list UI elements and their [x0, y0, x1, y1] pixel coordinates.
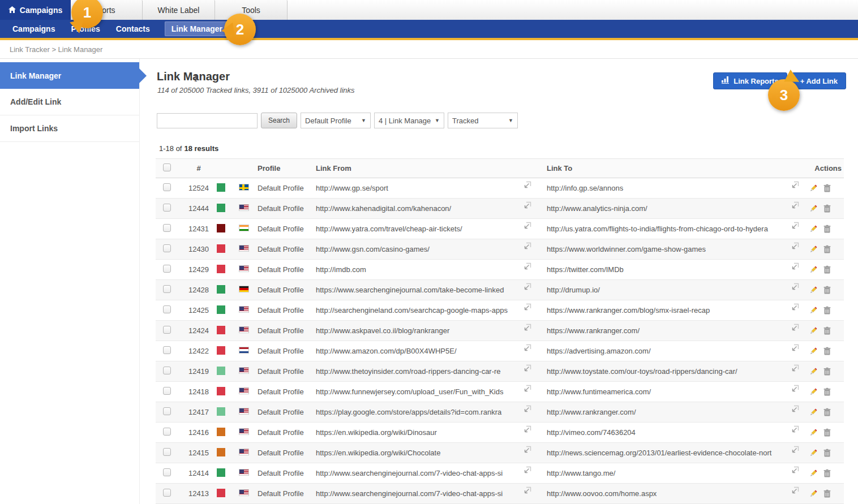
- row-checkbox[interactable]: [163, 204, 171, 212]
- external-link-icon[interactable]: [524, 382, 540, 392]
- external-link-icon[interactable]: [524, 423, 540, 433]
- delete-trash-icon[interactable]: [823, 387, 831, 396]
- edit-pencil-icon[interactable]: [809, 245, 818, 254]
- search-input[interactable]: [157, 113, 258, 128]
- row-checkbox[interactable]: [163, 183, 171, 191]
- delete-trash-icon[interactable]: [823, 306, 831, 315]
- edit-pencil-icon[interactable]: [809, 367, 818, 376]
- search-button[interactable]: Search: [261, 113, 297, 128]
- external-link-icon[interactable]: [792, 239, 809, 249]
- tab-campaigns[interactable]: Campaigns: [0, 0, 71, 20]
- external-link-icon[interactable]: [792, 361, 809, 372]
- external-link-icon[interactable]: [792, 260, 809, 270]
- nav-item-contacts[interactable]: Contacts: [115, 21, 151, 36]
- callout-number: 3: [780, 87, 788, 104]
- dropdown-value: Tracked: [452, 117, 478, 125]
- external-link-icon[interactable]: [524, 178, 540, 188]
- external-link-icon[interactable]: [524, 239, 540, 249]
- edit-pencil-icon[interactable]: [809, 184, 818, 193]
- external-link-icon[interactable]: [792, 321, 809, 331]
- edit-pencil-icon[interactable]: [809, 225, 818, 234]
- sidebar-item-link-manager[interactable]: Link Manager: [0, 62, 139, 89]
- select-all-checkbox[interactable]: [163, 163, 171, 171]
- delete-trash-icon[interactable]: [823, 449, 831, 457]
- edit-pencil-icon[interactable]: [809, 326, 818, 335]
- row-checkbox[interactable]: [163, 326, 171, 334]
- edit-pencil-icon[interactable]: [809, 387, 818, 397]
- row-checkbox[interactable]: [163, 407, 171, 415]
- external-link-icon[interactable]: [792, 463, 809, 473]
- row-checkbox[interactable]: [163, 387, 171, 395]
- status-dropdown[interactable]: Tracked ▼: [448, 113, 518, 128]
- delete-trash-icon[interactable]: [823, 367, 831, 376]
- delete-trash-icon[interactable]: [823, 347, 831, 355]
- external-link-icon[interactable]: [524, 219, 540, 229]
- campaign-dropdown[interactable]: 4 | Link Manage ▼: [374, 113, 444, 128]
- external-link-icon[interactable]: [524, 361, 540, 372]
- tab-tools[interactable]: Tools: [215, 0, 288, 20]
- delete-trash-icon[interactable]: [823, 428, 831, 437]
- tab-white-label[interactable]: White Label: [143, 0, 215, 20]
- links-table: 1-18 of 18 results # Profile Link From L…: [156, 138, 844, 504]
- edit-pencil-icon[interactable]: [809, 204, 818, 213]
- external-link-icon[interactable]: [792, 199, 809, 209]
- edit-pencil-icon[interactable]: [809, 469, 818, 478]
- external-link-icon[interactable]: [524, 260, 540, 270]
- delete-trash-icon[interactable]: [823, 225, 831, 233]
- row-checkbox[interactable]: [163, 224, 171, 232]
- external-link-icon[interactable]: [792, 402, 809, 412]
- row-checkbox[interactable]: [163, 428, 171, 436]
- external-link-icon[interactable]: [524, 280, 540, 290]
- external-link-icon[interactable]: [792, 300, 809, 311]
- row-checkbox[interactable]: [163, 265, 171, 273]
- external-link-icon[interactable]: [524, 463, 540, 473]
- external-link-icon[interactable]: [524, 443, 540, 453]
- row-checkbox[interactable]: [163, 285, 171, 293]
- row-checkbox[interactable]: [163, 346, 171, 354]
- delete-trash-icon[interactable]: [823, 469, 831, 477]
- external-link-icon[interactable]: [792, 484, 809, 494]
- row-checkbox[interactable]: [163, 305, 171, 313]
- column-header-link-from: Link From: [316, 164, 524, 173]
- row-checkbox[interactable]: [163, 468, 171, 476]
- delete-trash-icon[interactable]: [823, 326, 831, 335]
- delete-trash-icon[interactable]: [823, 184, 831, 192]
- external-link-icon[interactable]: [524, 402, 540, 412]
- delete-trash-icon[interactable]: [823, 286, 831, 294]
- row-checkbox[interactable]: [163, 367, 171, 374]
- external-link-icon[interactable]: [792, 178, 809, 188]
- edit-pencil-icon[interactable]: [809, 408, 818, 417]
- edit-pencil-icon[interactable]: [809, 428, 818, 437]
- external-link-icon[interactable]: [524, 300, 540, 311]
- edit-pencil-icon[interactable]: [809, 489, 818, 498]
- delete-trash-icon[interactable]: [823, 408, 831, 416]
- profile-dropdown[interactable]: Default Profile ▼: [301, 113, 371, 128]
- table-row: 12431 Default Profile http://www.yatra.c…: [156, 219, 844, 239]
- external-link-icon[interactable]: [524, 199, 540, 209]
- delete-trash-icon[interactable]: [823, 265, 831, 274]
- external-link-icon[interactable]: [792, 423, 809, 433]
- sidebar-item-import-links[interactable]: Import Links: [0, 115, 139, 142]
- edit-pencil-icon[interactable]: [809, 347, 818, 356]
- delete-trash-icon[interactable]: [823, 204, 831, 213]
- external-link-icon[interactable]: [792, 443, 809, 453]
- external-link-icon[interactable]: [792, 219, 809, 229]
- edit-pencil-icon[interactable]: [809, 265, 818, 274]
- external-link-icon[interactable]: [524, 341, 540, 351]
- external-link-icon[interactable]: [524, 321, 540, 331]
- external-link-icon[interactable]: [792, 280, 809, 290]
- external-link-icon[interactable]: [524, 484, 540, 494]
- edit-pencil-icon[interactable]: [809, 286, 818, 295]
- edit-pencil-icon[interactable]: [809, 306, 818, 315]
- delete-trash-icon[interactable]: [823, 489, 831, 498]
- row-checkbox[interactable]: [163, 448, 171, 456]
- external-link-icon[interactable]: [792, 382, 809, 392]
- delete-trash-icon[interactable]: [823, 245, 831, 253]
- external-link-icon[interactable]: [792, 341, 809, 351]
- sidebar-item-add-edit-link[interactable]: Add/Edit Link: [0, 89, 139, 115]
- row-checkbox[interactable]: [163, 244, 171, 252]
- nav-item-campaigns[interactable]: Campaigns: [11, 21, 56, 36]
- breadcrumb: Link Tracker > Link Manager: [10, 45, 102, 54]
- row-checkbox[interactable]: [163, 489, 171, 497]
- edit-pencil-icon[interactable]: [809, 449, 818, 458]
